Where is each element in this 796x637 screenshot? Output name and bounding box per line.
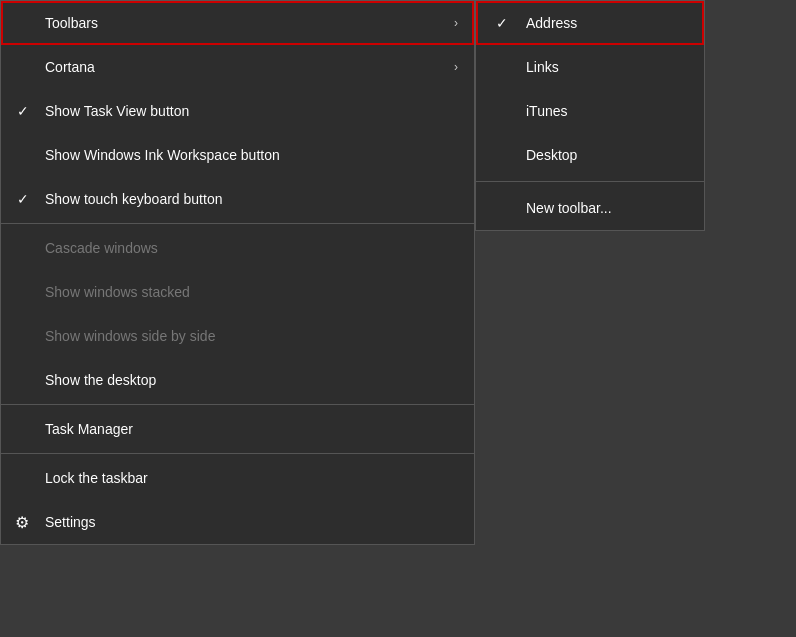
- touch-keyboard-check: ✓: [17, 191, 29, 207]
- new-toolbar-label: New toolbar...: [526, 200, 612, 216]
- menu-item-task-view[interactable]: ✓ Show Task View button: [1, 89, 474, 133]
- lock-taskbar-label: Lock the taskbar: [45, 470, 148, 486]
- menu-item-task-manager[interactable]: Task Manager: [1, 407, 474, 451]
- touch-keyboard-label: Show touch keyboard button: [45, 191, 222, 207]
- cascade-label: Cascade windows: [45, 240, 158, 256]
- ink-workspace-label: Show Windows Ink Workspace button: [45, 147, 280, 163]
- menu-item-settings[interactable]: ⚙ Settings: [1, 500, 474, 544]
- context-menu: Toolbars › Cortana › ✓ Show Task View bu…: [0, 0, 475, 545]
- toolbars-submenu: ✓ Address Links iTunes Desktop New toolb…: [475, 0, 705, 231]
- show-desktop-label: Show the desktop: [45, 372, 156, 388]
- stacked-label: Show windows stacked: [45, 284, 190, 300]
- submenu-divider: [476, 181, 704, 182]
- submenu-item-address[interactable]: ✓ Address: [476, 1, 704, 45]
- menu-item-cortana[interactable]: Cortana ›: [1, 45, 474, 89]
- desktop-sub-label: Desktop: [526, 147, 577, 163]
- task-manager-label: Task Manager: [45, 421, 133, 437]
- menu-item-ink-workspace[interactable]: Show Windows Ink Workspace button: [1, 133, 474, 177]
- cortana-arrow: ›: [454, 60, 458, 74]
- settings-label: Settings: [45, 514, 96, 530]
- submenu-item-itunes[interactable]: iTunes: [476, 89, 704, 133]
- address-label: Address: [526, 15, 577, 31]
- toolbars-arrow: ›: [454, 16, 458, 30]
- menu-item-show-desktop[interactable]: Show the desktop: [1, 358, 474, 402]
- menu-item-lock-taskbar[interactable]: Lock the taskbar: [1, 456, 474, 500]
- submenu-item-new-toolbar[interactable]: New toolbar...: [476, 186, 704, 230]
- task-view-label: Show Task View button: [45, 103, 189, 119]
- links-label: Links: [526, 59, 559, 75]
- task-view-check: ✓: [17, 103, 29, 119]
- submenu-item-links[interactable]: Links: [476, 45, 704, 89]
- menu-item-touch-keyboard[interactable]: ✓ Show touch keyboard button: [1, 177, 474, 221]
- itunes-label: iTunes: [526, 103, 568, 119]
- gear-icon: ⚙: [15, 513, 29, 532]
- submenu-item-desktop[interactable]: Desktop: [476, 133, 704, 177]
- toolbars-label: Toolbars: [45, 15, 98, 31]
- divider-3: [1, 453, 474, 454]
- menu-item-cascade[interactable]: Cascade windows: [1, 226, 474, 270]
- divider-1: [1, 223, 474, 224]
- menu-item-toolbars[interactable]: Toolbars ›: [1, 1, 474, 45]
- address-check: ✓: [496, 15, 508, 31]
- cortana-label: Cortana: [45, 59, 95, 75]
- menu-item-stacked[interactable]: Show windows stacked: [1, 270, 474, 314]
- menu-item-side-by-side[interactable]: Show windows side by side: [1, 314, 474, 358]
- side-by-side-label: Show windows side by side: [45, 328, 215, 344]
- divider-2: [1, 404, 474, 405]
